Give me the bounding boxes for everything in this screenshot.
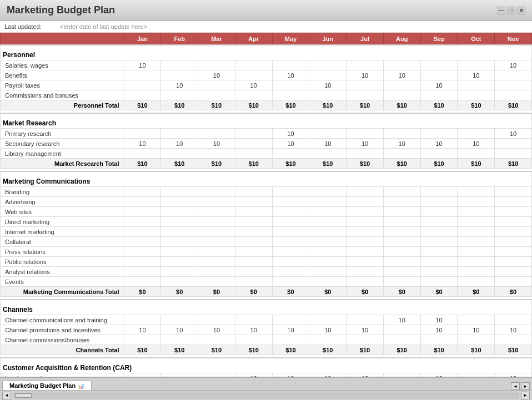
cell-value[interactable]: 10 [235,80,272,90]
cell-value[interactable] [272,217,309,227]
cell-value[interactable] [124,217,161,227]
cell-value[interactable] [124,227,161,237]
cell-value[interactable] [420,237,458,247]
cell-value[interactable] [235,247,272,257]
cell-value[interactable] [458,149,495,159]
cell-value[interactable] [198,217,235,227]
cell-value[interactable] [161,217,198,227]
cell-value[interactable]: 10 [309,80,347,90]
cell-value[interactable] [309,277,347,287]
restore-button[interactable]: □ [508,7,515,14]
cell-value[interactable] [495,277,532,287]
table-row[interactable]: Benefits1010101010 [1,70,532,80]
cell-value[interactable] [309,197,347,207]
cell-value[interactable] [124,335,161,345]
table-row[interactable]: Secondary research101010101010101010 [1,139,532,149]
cell-value[interactable] [420,257,458,267]
cell-value[interactable] [495,247,532,257]
cell-value[interactable] [235,227,272,237]
cell-value[interactable] [272,197,309,207]
cell-value[interactable] [495,257,532,267]
cell-value[interactable] [124,207,161,217]
cell-value[interactable] [124,237,161,247]
cell-value[interactable] [198,197,235,207]
cell-value[interactable]: 10 [235,325,272,335]
cell-value[interactable] [124,80,161,90]
cell-value[interactable] [235,70,272,80]
table-row[interactable]: Commissions and bonuses [1,90,532,100]
cell-value[interactable] [458,257,495,267]
cell-value[interactable] [420,247,458,257]
cell-value[interactable] [458,90,495,100]
cell-value[interactable] [272,257,309,267]
cell-value[interactable] [383,227,420,237]
cell-value[interactable] [198,90,235,100]
cell-value[interactable] [161,315,198,325]
cell-value[interactable] [458,237,495,247]
cell-value[interactable] [161,90,198,100]
scroll-left-btn[interactable]: ◄ [2,392,11,399]
cell-value[interactable] [235,315,272,325]
cell-value[interactable] [124,247,161,257]
tab-scroll-right[interactable]: ► [521,382,530,390]
cell-value[interactable] [235,90,272,100]
cell-value[interactable] [124,267,161,277]
cell-value[interactable] [309,60,347,70]
cell-value[interactable] [161,277,198,287]
cell-value[interactable] [309,247,347,257]
cell-value[interactable] [124,70,161,80]
cell-value[interactable] [309,315,347,325]
cell-value[interactable]: 10 [309,325,347,335]
cell-value[interactable] [272,207,309,217]
cell-value[interactable] [235,149,272,159]
cell-value[interactable]: 10 [161,139,198,149]
cell-value[interactable] [383,267,420,277]
cell-value[interactable] [458,207,495,217]
cell-value[interactable] [495,197,532,207]
cell-value[interactable] [272,247,309,257]
table-row[interactable]: Events [1,277,532,287]
cell-value[interactable] [235,187,272,197]
cell-value[interactable] [161,237,198,247]
cell-value[interactable] [347,80,384,90]
cell-value[interactable] [309,129,347,139]
cell-value[interactable]: 10 [347,139,384,149]
cell-value[interactable] [458,60,495,70]
cell-value[interactable] [458,277,495,287]
cell-value[interactable] [198,267,235,277]
cell-value[interactable] [161,149,198,159]
cell-value[interactable] [161,60,198,70]
scroll-right-btn[interactable]: ► [521,392,530,399]
table-row[interactable]: Collateral [1,237,532,247]
table-row[interactable]: Internet marketing [1,227,532,237]
cell-value[interactable] [347,217,384,227]
cell-value[interactable] [383,207,420,217]
cell-value[interactable]: 10 [124,139,161,149]
cell-value[interactable] [347,60,384,70]
cell-value[interactable] [420,187,458,197]
cell-value[interactable] [458,315,495,325]
table-row[interactable]: Web sites [1,207,532,217]
cell-value[interactable] [420,227,458,237]
cell-value[interactable] [383,90,420,100]
cell-value[interactable] [495,335,532,345]
cell-value[interactable] [235,197,272,207]
cell-value[interactable]: 10 [383,70,420,80]
cell-value[interactable] [309,267,347,277]
table-row[interactable]: Channel promotions and incentives1010101… [1,325,532,335]
cell-value[interactable] [309,237,347,247]
table-row[interactable]: Advertising [1,197,532,207]
cell-value[interactable]: 10 [198,70,235,80]
cell-value[interactable] [198,207,235,217]
cell-value[interactable] [347,335,384,345]
cell-value[interactable] [272,335,309,345]
sheet-tab-budget[interactable]: Marketing Budget Plan 📊 [2,381,92,390]
cell-value[interactable] [309,149,347,159]
cell-value[interactable] [309,90,347,100]
cell-value[interactable] [309,207,347,217]
cell-value[interactable] [124,315,161,325]
table-row[interactable]: Analyst relations [1,267,532,277]
cell-value[interactable] [198,315,235,325]
cell-value[interactable] [347,207,384,217]
cell-value[interactable] [272,187,309,197]
